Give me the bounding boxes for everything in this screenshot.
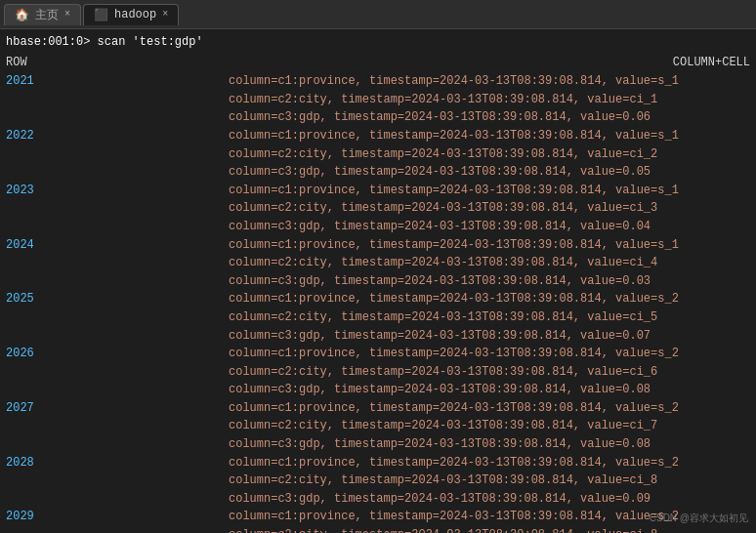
data-rows: 2021column=c1:province, timestamp=2024-0…: [6, 72, 750, 533]
row-value: column=c3:gdp, timestamp=2024-03-13T08:3…: [229, 490, 750, 509]
row-value: column=c1:province, timestamp=2024-03-13…: [229, 236, 750, 255]
table-row: 2026column=c1:province, timestamp=2024-0…: [6, 345, 750, 363]
row-value: column=c3:gdp, timestamp=2024-03-13T08:3…: [229, 327, 750, 346]
table-row: 2021column=c1:province, timestamp=2024-0…: [6, 72, 750, 91]
home-icon: 🏠: [15, 8, 29, 22]
table-row: column=c3:gdp, timestamp=2024-03-13T08:3…: [6, 163, 750, 182]
row-key: 2026: [6, 345, 229, 363]
row-key: 2029: [6, 508, 229, 526]
table-row: column=c3:gdp, timestamp=2024-03-13T08:3…: [6, 327, 750, 346]
row-key: [6, 308, 229, 327]
table-row: column=c3:gdp, timestamp=2024-03-13T08:3…: [6, 381, 750, 399]
table-row: 2023column=c1:province, timestamp=2024-0…: [6, 182, 750, 200]
command-line: hbase:001:0> scan 'test:gdp': [6, 33, 750, 52]
table-row: column=c2:city, timestamp=2024-03-13T08:…: [6, 308, 750, 327]
tab-home-label: 主页: [35, 7, 59, 23]
table-row: column=c2:city, timestamp=2024-03-13T08:…: [6, 526, 750, 533]
tab-home[interactable]: 🏠 主页 ×: [4, 4, 81, 25]
row-value: column=c2:city, timestamp=2024-03-13T08:…: [229, 145, 750, 164]
row-key: [6, 108, 229, 127]
row-key: [6, 254, 229, 272]
table-row: 2028column=c1:province, timestamp=2024-0…: [6, 454, 750, 472]
table-row: 2025column=c1:province, timestamp=2024-0…: [6, 290, 750, 308]
row-value: column=c1:province, timestamp=2024-03-13…: [229, 290, 750, 308]
title-bar: 🏠 主页 × ⬛ hadoop ×: [0, 0, 756, 29]
row-value: column=c2:city, timestamp=2024-03-13T08:…: [229, 472, 750, 490]
row-key: [6, 272, 229, 291]
row-value: column=c1:province, timestamp=2024-03-13…: [229, 127, 750, 145]
table-row: 2022column=c1:province, timestamp=2024-0…: [6, 127, 750, 145]
row-value: column=c2:city, timestamp=2024-03-13T08:…: [229, 199, 750, 218]
row-key: [6, 526, 229, 533]
row-value: column=c3:gdp, timestamp=2024-03-13T08:3…: [229, 435, 750, 454]
row-value: column=c2:city, timestamp=2024-03-13T08:…: [229, 417, 750, 435]
row-value: column=c1:province, timestamp=2024-03-13…: [229, 72, 750, 91]
table-row: 2027column=c1:province, timestamp=2024-0…: [6, 399, 750, 418]
row-key: 2021: [6, 72, 229, 91]
row-key: 2027: [6, 399, 229, 418]
table-row: column=c2:city, timestamp=2024-03-13T08:…: [6, 254, 750, 272]
row-key: [6, 435, 229, 454]
row-key: [6, 218, 229, 236]
table-header: ROW COLUMN+CELL: [6, 54, 750, 72]
terminal-area: hbase:001:0> scan 'test:gdp' ROW COLUMN+…: [0, 29, 756, 533]
row-key: [6, 381, 229, 399]
row-key: [6, 472, 229, 490]
terminal-icon: ⬛: [94, 8, 108, 22]
row-key: 2024: [6, 236, 229, 255]
table-row: column=c3:gdp, timestamp=2024-03-13T08:3…: [6, 272, 750, 291]
row-key: [6, 199, 229, 218]
row-key: [6, 490, 229, 509]
row-value: column=c2:city, timestamp=2024-03-13T08:…: [229, 254, 750, 272]
table-row: column=c2:city, timestamp=2024-03-13T08:…: [6, 145, 750, 164]
row-key: 2025: [6, 290, 229, 308]
row-key: 2023: [6, 182, 229, 200]
table-row: column=c2:city, timestamp=2024-03-13T08:…: [6, 363, 750, 382]
header-col: COLUMN+CELL: [673, 54, 750, 72]
row-value: column=c1:province, timestamp=2024-03-13…: [229, 182, 750, 200]
row-key: [6, 145, 229, 164]
row-value: column=c3:gdp, timestamp=2024-03-13T08:3…: [229, 108, 750, 127]
tab-home-close[interactable]: ×: [64, 10, 70, 20]
row-value: column=c2:city, timestamp=2024-03-13T08:…: [229, 308, 750, 327]
row-key: [6, 163, 229, 182]
row-value: column=c3:gdp, timestamp=2024-03-13T08:3…: [229, 381, 750, 399]
row-value: column=c2:city, timestamp=2024-03-13T08:…: [229, 363, 750, 382]
row-value: column=c3:gdp, timestamp=2024-03-13T08:3…: [229, 272, 750, 291]
tab-hadoop-close[interactable]: ×: [162, 10, 168, 20]
row-key: 2022: [6, 127, 229, 145]
row-value: column=c3:gdp, timestamp=2024-03-13T08:3…: [229, 163, 750, 182]
table-row: column=c2:city, timestamp=2024-03-13T08:…: [6, 199, 750, 218]
row-key: [6, 91, 229, 109]
row-key: 2028: [6, 454, 229, 472]
table-row: 2024column=c1:province, timestamp=2024-0…: [6, 236, 750, 255]
row-key: [6, 417, 229, 435]
row-key: [6, 327, 229, 346]
table-row: 2029column=c1:province, timestamp=2024-0…: [6, 508, 750, 526]
row-value: column=c3:gdp, timestamp=2024-03-13T08:3…: [229, 218, 750, 236]
header-row: ROW: [6, 54, 673, 72]
table-row: column=c2:city, timestamp=2024-03-13T08:…: [6, 91, 750, 109]
table-row: column=c2:city, timestamp=2024-03-13T08:…: [6, 472, 750, 490]
tab-hadoop-label: hadoop: [114, 8, 156, 21]
table-row: column=c3:gdp, timestamp=2024-03-13T08:3…: [6, 108, 750, 127]
row-value: column=c1:province, timestamp=2024-03-13…: [229, 345, 750, 363]
table-row: column=c3:gdp, timestamp=2024-03-13T08:3…: [6, 218, 750, 236]
table-row: column=c2:city, timestamp=2024-03-13T08:…: [6, 417, 750, 435]
row-value: column=c1:province, timestamp=2024-03-13…: [229, 454, 750, 472]
row-value: column=c2:city, timestamp=2024-03-13T08:…: [229, 526, 750, 533]
watermark: CSDN @容求大如初见: [650, 512, 748, 525]
row-value: column=c2:city, timestamp=2024-03-13T08:…: [229, 91, 750, 109]
table-row: column=c3:gdp, timestamp=2024-03-13T08:3…: [6, 490, 750, 509]
tab-hadoop[interactable]: ⬛ hadoop ×: [83, 4, 179, 25]
row-value: column=c1:province, timestamp=2024-03-13…: [229, 399, 750, 418]
table-row: column=c3:gdp, timestamp=2024-03-13T08:3…: [6, 435, 750, 454]
row-key: [6, 363, 229, 382]
